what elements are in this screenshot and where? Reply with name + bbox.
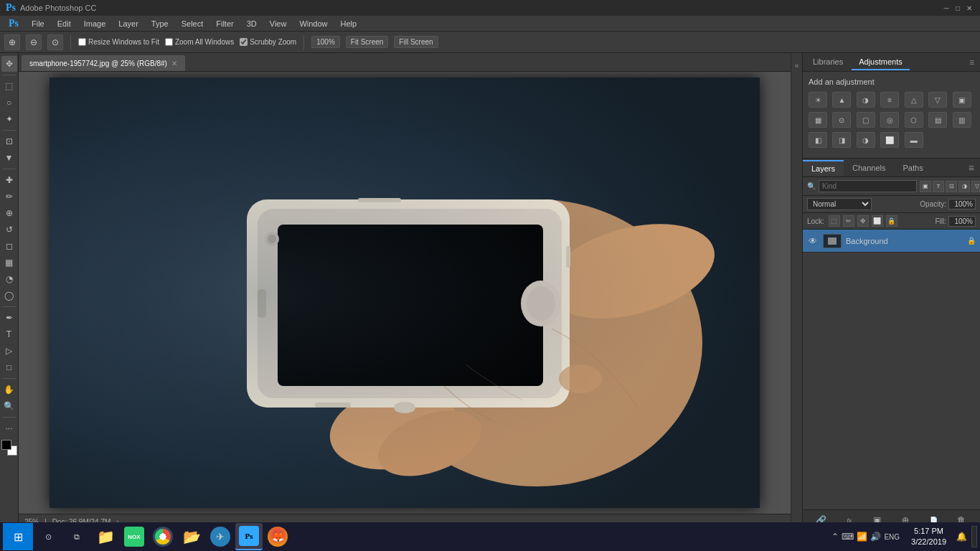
adj-gradient-map-icon[interactable]: ◧ bbox=[809, 132, 827, 148]
eyedropper-tool[interactable]: ▼ bbox=[1, 150, 17, 166]
layer-item[interactable]: 👁 Background 🔒 bbox=[803, 230, 980, 253]
blur-tool[interactable]: ◔ bbox=[1, 271, 17, 287]
opacity-input[interactable] bbox=[948, 199, 976, 209]
adj-saturation-icon[interactable]: ▽ bbox=[928, 92, 947, 108]
lock-artboard-icon[interactable]: ⬜ bbox=[872, 215, 883, 227]
menu-type[interactable]: Type bbox=[146, 18, 174, 29]
menu-edit[interactable]: Edit bbox=[52, 18, 77, 29]
foreground-color-swatch[interactable] bbox=[1, 440, 11, 450]
lock-position-icon[interactable]: ✥ bbox=[857, 215, 869, 227]
crop-tool[interactable]: ⊡ bbox=[1, 133, 17, 149]
adj-curves-icon[interactable]: ◑ bbox=[857, 92, 875, 108]
network-icon[interactable]: 📶 bbox=[857, 532, 867, 542]
layers-tab[interactable]: Layers bbox=[803, 160, 844, 176]
eraser-tool[interactable]: ◻ bbox=[1, 238, 17, 254]
adj-brightness-icon[interactable]: ☀ bbox=[809, 92, 827, 108]
path-tool[interactable]: ▷ bbox=[1, 343, 17, 359]
taskbar-files[interactable]: 📂 bbox=[178, 523, 205, 550]
adj-vibrance-icon[interactable]: △ bbox=[905, 92, 923, 108]
zoom-in-icon[interactable]: ⊕ bbox=[4, 34, 20, 50]
text-tool[interactable]: T bbox=[1, 326, 17, 342]
resize-windows-checkbox[interactable]: Resize Windows to Fit bbox=[78, 38, 159, 46]
tab-adjustments[interactable]: Adjustments bbox=[852, 55, 910, 70]
menu-file[interactable]: File bbox=[26, 18, 50, 29]
pen-tool[interactable]: ✒ bbox=[1, 310, 17, 326]
zoom-100-button[interactable]: 100% bbox=[311, 36, 340, 48]
blend-mode-select[interactable]: Normal Dissolve Multiply Screen Overlay bbox=[807, 198, 872, 210]
close-button[interactable]: ✕ bbox=[964, 3, 974, 13]
document-tab[interactable]: smartphone-1957742.jpg @ 25% (RGB/8#) ✕ bbox=[22, 55, 185, 71]
zoom-fit-icon[interactable]: ⊙ bbox=[47, 34, 63, 50]
taskbar-chrome[interactable] bbox=[149, 523, 176, 550]
lock-image-icon[interactable]: ✏ bbox=[843, 215, 854, 227]
move-tool[interactable]: ✥ bbox=[1, 56, 17, 72]
paths-tab[interactable]: Paths bbox=[895, 161, 932, 175]
zoom-tool[interactable]: 🔍 bbox=[1, 398, 17, 414]
start-button[interactable]: ⊞ bbox=[3, 523, 33, 550]
menu-image[interactable]: Image bbox=[78, 18, 112, 29]
taskbar-telegram[interactable]: ✈ bbox=[207, 523, 234, 550]
search-taskbar[interactable]: ⊙ bbox=[34, 523, 62, 550]
color-swatches[interactable] bbox=[1, 440, 17, 456]
adj-levels-icon[interactable]: ▲ bbox=[832, 92, 851, 108]
menu-window[interactable]: Window bbox=[293, 18, 333, 29]
resize-windows-input[interactable] bbox=[78, 38, 86, 46]
adj-half2-icon[interactable]: ⬜ bbox=[880, 132, 899, 148]
filter-smart-icon[interactable]: ⊡ bbox=[946, 181, 957, 192]
adj-photofilter-icon[interactable]: ⊙ bbox=[832, 112, 851, 128]
taskbar-clock[interactable]: 5:17 PM 3/22/2019 bbox=[905, 526, 952, 548]
scrubby-zoom-input[interactable] bbox=[240, 38, 248, 46]
brush-tool[interactable]: ✏ bbox=[1, 189, 17, 204]
up-arrow-icon[interactable]: ⌃ bbox=[831, 532, 839, 542]
shape-tool[interactable]: □ bbox=[1, 359, 17, 375]
filter-type-icon[interactable]: ◑ bbox=[958, 181, 970, 192]
dodge-tool[interactable]: ◯ bbox=[1, 288, 17, 303]
adj-selective-color-icon[interactable]: ◨ bbox=[832, 132, 851, 148]
lock-transparent-icon[interactable]: ⬚ bbox=[829, 215, 840, 227]
lasso-tool[interactable]: ○ bbox=[1, 95, 17, 110]
menu-help[interactable]: Help bbox=[335, 18, 363, 29]
volume-icon[interactable]: 🔊 bbox=[870, 532, 881, 542]
clone-tool[interactable]: ⊕ bbox=[1, 205, 17, 221]
taskbar-explorer[interactable]: 📁 bbox=[92, 523, 119, 550]
adj-channel-mixer-icon[interactable]: ▢ bbox=[857, 112, 875, 128]
adj-threshold-icon[interactable]: ▥ bbox=[953, 112, 971, 128]
filter-effect-icon[interactable]: ▽ bbox=[971, 181, 980, 192]
task-view-btn[interactable]: ⧉ bbox=[63, 523, 90, 550]
menu-select[interactable]: Select bbox=[176, 18, 209, 29]
maximize-button[interactable]: □ bbox=[953, 3, 963, 13]
channels-tab[interactable]: Channels bbox=[844, 161, 894, 175]
menu-3d[interactable]: 3D bbox=[241, 18, 263, 29]
filter-text-icon[interactable]: T bbox=[933, 181, 944, 192]
adj-posterize-icon[interactable]: ▤ bbox=[928, 112, 947, 128]
canvas-viewport[interactable] bbox=[19, 72, 791, 514]
panel-collapse-btn[interactable]: ≡ bbox=[966, 57, 977, 67]
menu-layer[interactable]: Layer bbox=[113, 18, 144, 29]
collapse-panels-btn[interactable]: « bbox=[795, 59, 799, 72]
gradient-tool[interactable]: ▦ bbox=[1, 255, 17, 270]
minimize-button[interactable]: ─ bbox=[941, 3, 951, 13]
menu-filter[interactable]: Filter bbox=[210, 18, 239, 29]
lock-all-icon[interactable]: 🔒 bbox=[886, 215, 897, 227]
layers-search-input[interactable] bbox=[819, 180, 917, 192]
more-tools-btn[interactable]: ··· bbox=[1, 420, 17, 436]
adj-colorlookup-icon[interactable]: ◎ bbox=[880, 112, 899, 128]
zoom-all-windows-input[interactable] bbox=[165, 38, 173, 46]
filter-pixel-icon[interactable]: ▣ bbox=[920, 181, 931, 192]
menu-view[interactable]: View bbox=[264, 18, 293, 29]
heal-tool[interactable]: ✚ bbox=[1, 172, 17, 188]
keyboard-icon[interactable]: ⌨ bbox=[842, 532, 854, 542]
zoom-all-windows-checkbox[interactable]: Zoom All Windows bbox=[165, 38, 234, 46]
layer-visibility-toggle[interactable]: 👁 bbox=[807, 235, 819, 247]
show-desktop-btn[interactable] bbox=[971, 526, 977, 547]
scrubby-zoom-checkbox[interactable]: Scrubby Zoom bbox=[240, 38, 296, 46]
selection-tool[interactable]: ⬚ bbox=[1, 78, 17, 94]
fill-screen-button[interactable]: Fill Screen bbox=[394, 36, 438, 48]
tab-close-btn[interactable]: ✕ bbox=[171, 60, 177, 67]
adj-colorbalance-icon[interactable]: ▣ bbox=[953, 92, 971, 108]
fit-screen-button[interactable]: Fit Screen bbox=[346, 36, 389, 48]
fill-input[interactable] bbox=[948, 216, 976, 227]
taskbar-photoshop[interactable]: Ps bbox=[235, 523, 263, 550]
adj-half3-icon[interactable]: ▬ bbox=[905, 132, 923, 148]
adj-half1-icon[interactable]: ◑ bbox=[857, 132, 875, 148]
